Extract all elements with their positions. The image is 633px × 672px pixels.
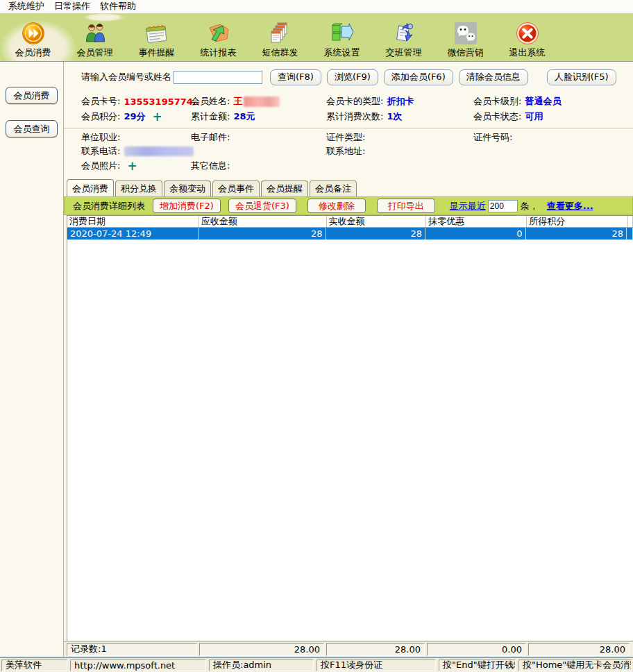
toolbar-label: 交班管理 [386, 47, 422, 59]
phone-redaction [124, 146, 194, 156]
consume-count-value: 1次 [387, 110, 402, 123]
card-status-label: 会员卡状态: [473, 110, 521, 123]
tab-member-events[interactable]: 会员事件 [212, 180, 260, 196]
list-title: 会员消费详细列表 [73, 200, 145, 212]
col-points: 所得积分 [527, 216, 628, 227]
view-more-link[interactable]: 查看更多... [547, 200, 593, 212]
phone-label: 联系电话: [81, 145, 120, 158]
toolbar-label: 微信营销 [448, 47, 484, 59]
add-member-button[interactable]: 添加会员(F6) [384, 69, 453, 85]
col-received: 实收金额 [327, 216, 427, 227]
table-row[interactable]: 2020-07-24 12:49 28 28 0 28 [67, 228, 633, 240]
toolbar-member-consume[interactable]: 会员消费 [2, 13, 64, 61]
status-f11-hint: 按F11读身份证 [316, 660, 436, 671]
left-sidebar: 会员消费 会员查询 [0, 62, 64, 657]
main-toolbar: 会员消费 会员管理 [0, 13, 633, 62]
sum-points-box: 28.00 [528, 643, 630, 656]
photo-label: 会员照片: [81, 160, 120, 172]
card-status-value: 可用 [525, 110, 543, 123]
show-recent-link[interactable]: 显示最近 [450, 200, 486, 212]
other-info-label: 其它信息: [191, 160, 230, 172]
cell-discount: 0 [425, 228, 525, 240]
member-search-input[interactable] [174, 71, 262, 84]
tab-points-exchange[interactable]: 积分兑换 [115, 180, 162, 196]
edit-delete-button[interactable]: 修改删除 [307, 199, 366, 213]
toolbar-label: 统计报表 [201, 47, 237, 59]
col-filler [628, 216, 633, 227]
tab-member-notes[interactable]: 会员备注 [310, 180, 357, 196]
search-label: 请输入会员编号或姓名 [81, 71, 171, 83]
status-vendor: 美萍软件 [1, 660, 67, 671]
clear-member-info-button[interactable]: 清除会员信息 [459, 69, 528, 85]
card-type-value: 折扣卡 [387, 95, 414, 108]
fast-forward-icon [21, 21, 46, 46]
settings-icon [330, 21, 355, 46]
member-name-label: 会员姓名: [191, 95, 230, 108]
recent-unit-label: 条， [521, 200, 539, 212]
col-discount: 抹零优惠 [426, 216, 527, 227]
face-recognition-button[interactable]: 人脸识别(F5) [547, 69, 616, 85]
cell-filler [627, 228, 633, 240]
status-website: http://www.mpsoft.net [70, 660, 206, 671]
recent-count-input[interactable] [488, 200, 518, 212]
record-count-box: 记录数:1 [67, 643, 197, 656]
address-label: 联系地址: [326, 145, 365, 158]
toolbar-label: 事件提醒 [139, 47, 175, 59]
toolbar-statistics-report[interactable]: 统计报表 [187, 13, 249, 61]
id-type-label: 证件类型: [326, 131, 365, 144]
add-consume-button[interactable]: 增加消费(F2) [153, 199, 221, 213]
toolbar-wechat-marketing[interactable]: 微信营销 [434, 13, 496, 61]
card-no-label: 会员卡号: [81, 95, 120, 108]
query-button[interactable]: 查询(F8) [270, 69, 321, 85]
tab-balance-change[interactable]: 余额变动 [164, 180, 211, 196]
exit-icon [515, 21, 540, 46]
points-label: 会员积分: [81, 110, 120, 123]
report-icon [206, 21, 231, 46]
toolbar-system-settings[interactable]: 系统设置 [311, 13, 373, 61]
cell-received: 28 [326, 228, 425, 240]
sum-discount-box: 0.00 [427, 643, 526, 656]
menu-bar: 系统维护 日常操作 软件帮助 [0, 0, 633, 13]
toolbar-sms-broadcast[interactable]: 短信群发 [249, 13, 311, 61]
sidebar-member-query-button[interactable]: 会员查询 [6, 120, 58, 137]
table-empty-area[interactable] [67, 240, 633, 641]
search-row: 请输入会员编号或姓名 查询(F8) 浏览(F9) 添加会员(F6) 清除会员信息… [64, 62, 633, 85]
browse-button[interactable]: 浏览(F9) [327, 69, 378, 85]
toolbar-shift-management[interactable]: 交班管理 [373, 13, 434, 61]
name-redaction [244, 96, 280, 107]
add-photo-icon[interactable]: + [127, 161, 137, 171]
members-icon [83, 21, 108, 46]
toolbar-exit-system[interactable]: 退出系统 [496, 13, 558, 61]
add-points-icon[interactable]: + [152, 112, 162, 121]
status-operator: 操作员:admin [209, 660, 314, 671]
cell-points: 28 [526, 228, 627, 240]
menu-daily-operations[interactable]: 日常操作 [49, 0, 95, 14]
sum-received-box: 28.00 [326, 643, 425, 656]
consume-table: 消费日期 应收金额 实收金额 抹零优惠 所得积分 2020-07-24 12:4… [67, 215, 633, 641]
toolbar-member-management[interactable]: 会员管理 [64, 13, 126, 61]
occupation-label: 单位职业: [81, 131, 120, 144]
total-amount-value: 28元 [233, 110, 255, 123]
menu-system-maintenance[interactable]: 系统维护 [3, 0, 49, 14]
sum-receivable-box: 28.00 [199, 643, 324, 656]
member-refund-button[interactable]: 会员退货(F3) [228, 199, 296, 213]
status-home-key-hint: 按"Home"键用无卡会员消费 [518, 660, 632, 671]
tab-member-consume[interactable]: 会员消费 [67, 179, 114, 196]
card-level-label: 会员卡级别: [473, 95, 521, 108]
status-end-key-hint: 按"End"键打开钱箱 [439, 660, 516, 671]
tab-member-reminders[interactable]: 会员提醒 [261, 180, 308, 196]
toolbar-label: 会员消费 [15, 47, 51, 59]
col-receivable: 应收金额 [199, 216, 327, 227]
card-no-value: 13553195774.. [124, 96, 199, 107]
table-header: 消费日期 应收金额 实收金额 抹零优惠 所得积分 [67, 216, 633, 228]
info-separator [64, 128, 633, 128]
shift-icon [391, 21, 416, 46]
sidebar-member-consume-button[interactable]: 会员消费 [6, 87, 58, 104]
menu-software-help[interactable]: 软件帮助 [95, 0, 141, 14]
reminder-icon [144, 21, 169, 46]
toolbar-event-reminder[interactable]: 事件提醒 [126, 13, 187, 61]
app-window: 系统维护 日常操作 软件帮助 会员消费 [0, 0, 633, 672]
col-consume-date: 消费日期 [67, 216, 199, 227]
print-export-button[interactable]: 打印导出 [377, 199, 435, 213]
card-level-value: 普通会员 [525, 95, 561, 108]
